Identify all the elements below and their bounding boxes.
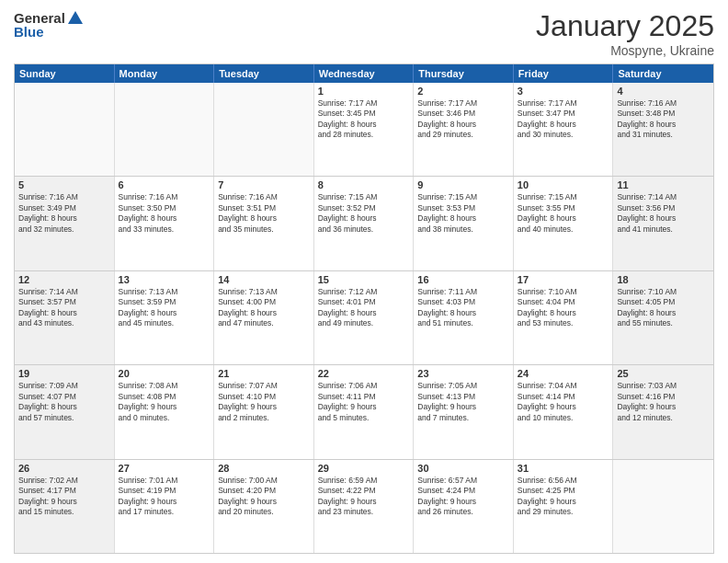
calendar-row: 5Sunrise: 7:16 AM Sunset: 3:49 PM Daylig… bbox=[15, 176, 713, 270]
cell-text: Sunrise: 7:17 AM Sunset: 3:45 PM Dayligh… bbox=[318, 98, 410, 141]
calendar-cell: 15Sunrise: 7:12 AM Sunset: 4:01 PM Dayli… bbox=[314, 271, 415, 364]
cell-text: Sunrise: 7:10 AM Sunset: 4:05 PM Dayligh… bbox=[617, 287, 710, 329]
day-number: 15 bbox=[318, 274, 410, 285]
calendar-cell: 1Sunrise: 7:17 AM Sunset: 3:45 PM Daylig… bbox=[314, 83, 415, 176]
calendar-row: 26Sunrise: 7:02 AM Sunset: 4:17 PM Dayli… bbox=[15, 459, 713, 553]
logo-blue-text: Blue bbox=[14, 24, 44, 40]
calendar-cell: 23Sunrise: 7:05 AM Sunset: 4:13 PM Dayli… bbox=[414, 365, 514, 458]
day-number: 6 bbox=[119, 179, 210, 190]
header: General Blue January 2025 Mospyne, Ukrai… bbox=[14, 9, 714, 58]
weekday-header: Monday bbox=[115, 64, 215, 83]
weekday-header: Saturday bbox=[613, 64, 713, 83]
calendar-cell: 24Sunrise: 7:04 AM Sunset: 4:14 PM Dayli… bbox=[514, 365, 614, 458]
logo-icon bbox=[67, 9, 84, 26]
calendar-cell: 27Sunrise: 7:01 AM Sunset: 4:19 PM Dayli… bbox=[115, 460, 215, 553]
calendar-row: 12Sunrise: 7:14 AM Sunset: 3:57 PM Dayli… bbox=[15, 270, 713, 364]
calendar-cell: 13Sunrise: 7:13 AM Sunset: 3:59 PM Dayli… bbox=[115, 271, 215, 364]
cell-text: Sunrise: 7:15 AM Sunset: 3:52 PM Dayligh… bbox=[318, 192, 410, 235]
calendar-cell: 30Sunrise: 6:57 AM Sunset: 4:24 PM Dayli… bbox=[414, 460, 514, 553]
day-number: 31 bbox=[518, 463, 609, 474]
day-number: 20 bbox=[119, 368, 210, 379]
calendar-cell: 22Sunrise: 7:06 AM Sunset: 4:11 PM Dayli… bbox=[314, 365, 415, 458]
cell-text: Sunrise: 7:07 AM Sunset: 4:10 PM Dayligh… bbox=[218, 381, 310, 423]
cell-text: Sunrise: 7:11 AM Sunset: 4:03 PM Dayligh… bbox=[417, 287, 509, 329]
calendar-cell: 5Sunrise: 7:16 AM Sunset: 3:49 PM Daylig… bbox=[15, 177, 115, 270]
calendar-cell bbox=[15, 83, 115, 176]
weekday-header: Wednesday bbox=[314, 64, 415, 83]
day-number: 17 bbox=[518, 274, 609, 285]
cell-text: Sunrise: 7:01 AM Sunset: 4:19 PM Dayligh… bbox=[119, 476, 210, 518]
day-number: 8 bbox=[318, 179, 410, 190]
day-number: 27 bbox=[119, 463, 210, 474]
day-number: 25 bbox=[617, 368, 710, 379]
day-number: 1 bbox=[318, 86, 410, 97]
calendar-cell bbox=[214, 83, 314, 176]
day-number: 19 bbox=[18, 368, 110, 379]
day-number: 21 bbox=[218, 368, 310, 379]
cell-text: Sunrise: 6:56 AM Sunset: 4:25 PM Dayligh… bbox=[518, 476, 609, 518]
cell-text: Sunrise: 7:16 AM Sunset: 3:50 PM Dayligh… bbox=[119, 192, 210, 235]
day-number: 18 bbox=[617, 274, 710, 285]
calendar-cell: 4Sunrise: 7:16 AM Sunset: 3:48 PM Daylig… bbox=[613, 83, 713, 176]
day-number: 22 bbox=[318, 368, 410, 379]
day-number: 9 bbox=[417, 179, 509, 190]
day-number: 24 bbox=[518, 368, 609, 379]
logo-general-text: General bbox=[14, 10, 65, 26]
calendar-cell: 18Sunrise: 7:10 AM Sunset: 4:05 PM Dayli… bbox=[613, 271, 713, 364]
cell-text: Sunrise: 7:16 AM Sunset: 3:48 PM Dayligh… bbox=[617, 98, 710, 141]
calendar-cell: 17Sunrise: 7:10 AM Sunset: 4:04 PM Dayli… bbox=[514, 271, 614, 364]
weekday-header: Friday bbox=[514, 64, 614, 83]
cell-text: Sunrise: 6:59 AM Sunset: 4:22 PM Dayligh… bbox=[318, 476, 410, 518]
calendar-body: 1Sunrise: 7:17 AM Sunset: 3:45 PM Daylig… bbox=[15, 83, 713, 553]
day-number: 12 bbox=[18, 274, 110, 285]
title-section: January 2025 Mospyne, Ukraine bbox=[536, 9, 714, 58]
cell-text: Sunrise: 7:10 AM Sunset: 4:04 PM Dayligh… bbox=[518, 287, 609, 329]
calendar-cell: 21Sunrise: 7:07 AM Sunset: 4:10 PM Dayli… bbox=[214, 365, 314, 458]
day-number: 30 bbox=[417, 463, 509, 474]
month-title: January 2025 bbox=[536, 9, 714, 43]
page: General Blue January 2025 Mospyne, Ukrai… bbox=[0, 0, 728, 563]
cell-text: Sunrise: 7:14 AM Sunset: 3:57 PM Dayligh… bbox=[18, 287, 110, 329]
calendar-row: 19Sunrise: 7:09 AM Sunset: 4:07 PM Dayli… bbox=[15, 364, 713, 458]
day-number: 3 bbox=[518, 86, 609, 97]
calendar-cell: 14Sunrise: 7:13 AM Sunset: 4:00 PM Dayli… bbox=[214, 271, 314, 364]
weekday-header: Sunday bbox=[15, 64, 115, 83]
cell-text: Sunrise: 7:13 AM Sunset: 4:00 PM Dayligh… bbox=[218, 287, 310, 329]
calendar-cell: 8Sunrise: 7:15 AM Sunset: 3:52 PM Daylig… bbox=[314, 177, 415, 270]
calendar-cell: 6Sunrise: 7:16 AM Sunset: 3:50 PM Daylig… bbox=[115, 177, 215, 270]
cell-text: Sunrise: 7:05 AM Sunset: 4:13 PM Dayligh… bbox=[417, 381, 509, 423]
cell-text: Sunrise: 7:17 AM Sunset: 3:47 PM Dayligh… bbox=[518, 98, 609, 141]
calendar-cell: 29Sunrise: 6:59 AM Sunset: 4:22 PM Dayli… bbox=[314, 460, 415, 553]
day-number: 14 bbox=[218, 274, 310, 285]
day-number: 11 bbox=[617, 179, 710, 190]
calendar-header: SundayMondayTuesdayWednesdayThursdayFrid… bbox=[15, 64, 713, 83]
day-number: 4 bbox=[617, 86, 710, 97]
calendar-cell: 10Sunrise: 7:15 AM Sunset: 3:55 PM Dayli… bbox=[514, 177, 614, 270]
logo: General Blue bbox=[14, 9, 84, 40]
day-number: 13 bbox=[119, 274, 210, 285]
cell-text: Sunrise: 7:17 AM Sunset: 3:46 PM Dayligh… bbox=[417, 98, 509, 141]
day-number: 28 bbox=[218, 463, 310, 474]
day-number: 10 bbox=[518, 179, 609, 190]
calendar-cell: 12Sunrise: 7:14 AM Sunset: 3:57 PM Dayli… bbox=[15, 271, 115, 364]
cell-text: Sunrise: 7:04 AM Sunset: 4:14 PM Dayligh… bbox=[518, 381, 609, 423]
cell-text: Sunrise: 7:14 AM Sunset: 3:56 PM Dayligh… bbox=[617, 192, 710, 235]
day-number: 26 bbox=[18, 463, 110, 474]
calendar-cell bbox=[115, 83, 215, 176]
calendar-cell: 31Sunrise: 6:56 AM Sunset: 4:25 PM Dayli… bbox=[514, 460, 614, 553]
calendar-cell bbox=[613, 460, 713, 553]
location: Mospyne, Ukraine bbox=[536, 43, 714, 58]
calendar-cell: 26Sunrise: 7:02 AM Sunset: 4:17 PM Dayli… bbox=[15, 460, 115, 553]
cell-text: Sunrise: 7:00 AM Sunset: 4:20 PM Dayligh… bbox=[218, 476, 310, 518]
cell-text: Sunrise: 7:13 AM Sunset: 3:59 PM Dayligh… bbox=[119, 287, 210, 329]
calendar-cell: 25Sunrise: 7:03 AM Sunset: 4:16 PM Dayli… bbox=[613, 365, 713, 458]
cell-text: Sunrise: 7:15 AM Sunset: 3:53 PM Dayligh… bbox=[417, 192, 509, 235]
cell-text: Sunrise: 7:16 AM Sunset: 3:49 PM Dayligh… bbox=[18, 192, 110, 235]
calendar-cell: 19Sunrise: 7:09 AM Sunset: 4:07 PM Dayli… bbox=[15, 365, 115, 458]
cell-text: Sunrise: 7:12 AM Sunset: 4:01 PM Dayligh… bbox=[318, 287, 410, 329]
calendar-cell: 9Sunrise: 7:15 AM Sunset: 3:53 PM Daylig… bbox=[414, 177, 514, 270]
day-number: 7 bbox=[218, 179, 310, 190]
calendar-cell: 28Sunrise: 7:00 AM Sunset: 4:20 PM Dayli… bbox=[214, 460, 314, 553]
day-number: 5 bbox=[18, 179, 110, 190]
calendar-cell: 16Sunrise: 7:11 AM Sunset: 4:03 PM Dayli… bbox=[414, 271, 514, 364]
